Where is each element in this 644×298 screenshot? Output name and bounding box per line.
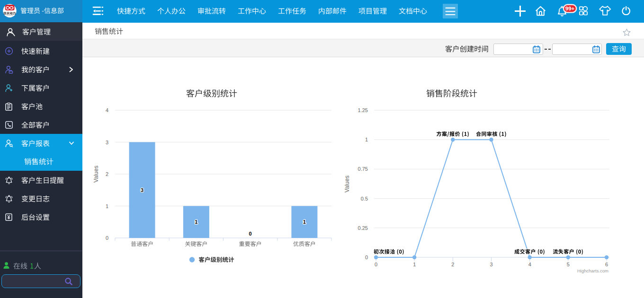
svg-text:0.25: 0.25	[358, 225, 368, 231]
svg-text:2: 2	[106, 171, 108, 177]
svg-text:0: 0	[365, 254, 368, 260]
svg-text:6: 6	[605, 262, 608, 267]
svg-text:0: 0	[375, 262, 377, 267]
svg-text:4: 4	[528, 262, 531, 267]
svg-text:5: 5	[567, 262, 570, 267]
svg-text:0.5: 0.5	[361, 196, 368, 202]
svg-text:Highcharts.com: Highcharts.com	[577, 268, 608, 273]
svg-text:1: 1	[303, 219, 306, 225]
svg-text:3: 3	[490, 262, 492, 267]
svg-text:2: 2	[451, 262, 454, 267]
svg-text:1: 1	[413, 262, 416, 267]
svg-text:1: 1	[106, 203, 108, 209]
svg-text:0.75: 0.75	[358, 166, 368, 172]
svg-text:1: 1	[365, 137, 368, 142]
svg-text:3: 3	[106, 140, 108, 145]
svg-text:Values: Values	[344, 175, 350, 193]
svg-text:Values: Values	[93, 166, 99, 183]
svg-text:3: 3	[141, 187, 143, 193]
svg-text:0: 0	[249, 231, 252, 237]
svg-text:1: 1	[195, 219, 197, 225]
svg-text:4: 4	[106, 107, 108, 113]
svg-text:1.25: 1.25	[358, 107, 368, 113]
svg-text:0: 0	[106, 235, 108, 241]
